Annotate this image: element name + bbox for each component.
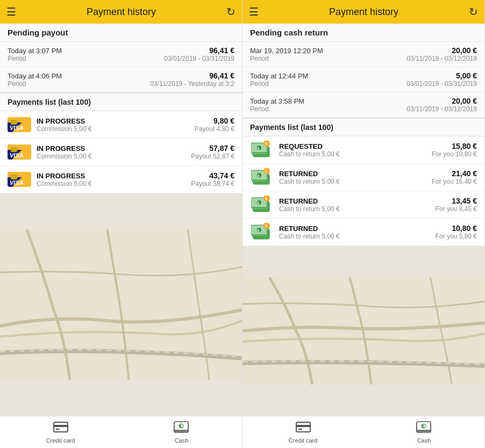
right-payment-foryou-1: For you 16,40 € bbox=[432, 178, 477, 185]
left-map-area bbox=[0, 193, 242, 416]
right-pending-period-0: 03/11/2019 - 03/12/2019 bbox=[406, 55, 477, 62]
right-payment-foryou-3: For you 5,80 € bbox=[436, 233, 477, 240]
right-tab-credit-card-label: Credit card bbox=[289, 437, 318, 444]
right-pending-amount-1: 5,00 € bbox=[456, 71, 477, 80]
right-payment-status-2: RETURNED bbox=[279, 197, 436, 205]
right-pending-title: Pending cash return bbox=[242, 24, 484, 42]
right-pending-item-0: Mar 19, 2019 12:20 PM 20,00 € Period 03/… bbox=[242, 42, 484, 67]
left-payment-commission-1: Commission 5,00 € bbox=[37, 153, 191, 160]
left-payment-amounts-2: 43,74 € Payout 38,74 € bbox=[191, 171, 234, 187]
right-payment-amounts-3: 10,80 € For you 5,80 € bbox=[436, 224, 477, 240]
left-pending-label-1: Period bbox=[8, 80, 26, 88]
right-payments-section: Payments list (last 100) $ $ REQUESTE bbox=[242, 118, 484, 246]
left-tab-credit-card-label: Credit card bbox=[46, 437, 75, 444]
right-payment-cash-2: Cash to return 5,00 € bbox=[279, 205, 436, 213]
right-payment-amounts-2: 13,45 € For you 8,45 € bbox=[436, 197, 477, 213]
left-map-svg bbox=[0, 193, 242, 416]
right-tab-cash[interactable]: $ Cash bbox=[363, 416, 484, 448]
left-payments-section: Payments list (last 100) VISA IN PROGRES… bbox=[0, 93, 242, 193]
left-payment-status-0: IN PROGRESS bbox=[37, 117, 195, 125]
left-cash-icon: $ bbox=[174, 421, 190, 436]
right-payment-amounts-1: 21,40 € For you 16,40 € bbox=[432, 169, 477, 185]
left-payment-status-2: IN PROGRESS bbox=[37, 172, 191, 180]
right-tab-bar: Credit card $ Cash bbox=[242, 416, 484, 448]
right-payment-amounts-0: 15,80 € For you 10,80 € bbox=[432, 142, 477, 158]
right-payment-info-3: RETURNED Cash to return 5,00 € bbox=[279, 225, 436, 240]
right-header-title: Payment history bbox=[329, 6, 398, 18]
left-pending-amount-0: 96,41 € bbox=[209, 46, 234, 55]
left-refresh-icon[interactable]: ↻ bbox=[226, 5, 236, 18]
right-payment-cash-1: Cash to return 5,00 € bbox=[279, 178, 432, 185]
right-cash-icon-2: $ $ bbox=[250, 197, 274, 213]
right-pending-item-2: Today at 3:58 PM 20,00 € Period 03/11/20… bbox=[242, 92, 484, 118]
left-tab-bar: Credit card $ Cash bbox=[0, 416, 242, 448]
right-payment-item-3[interactable]: $ $ RETURNED Cash to return 5,00 € 10,80… bbox=[242, 219, 484, 246]
right-payment-total-2: 13,45 € bbox=[436, 197, 477, 205]
svg-rect-39 bbox=[296, 425, 310, 427]
right-scrollable: Pending cash return Mar 19, 2019 12:20 P… bbox=[242, 24, 484, 416]
left-payment-info-2: IN PROGRESS Commission 5,00 € bbox=[37, 172, 191, 187]
right-payment-cash-0: Cash to return 5,00 € bbox=[279, 150, 432, 158]
right-payment-status-1: RETURNED bbox=[279, 170, 432, 178]
right-pending-label-2: Period bbox=[250, 105, 269, 113]
right-payment-foryou-0: For you 10,80 € bbox=[432, 150, 477, 158]
left-payment-amounts-1: 57,87 € Payout 52,87 € bbox=[191, 144, 234, 160]
right-tab-credit-card[interactable]: Credit card bbox=[242, 416, 363, 448]
left-menu-icon[interactable]: ☰ bbox=[6, 5, 16, 18]
left-payment-total-1: 57,87 € bbox=[191, 144, 234, 153]
right-payment-total-3: 10,80 € bbox=[436, 224, 477, 233]
left-payment-info-1: IN PROGRESS Commission 5,00 € bbox=[37, 144, 191, 160]
left-header: ☰ Payment history ↻ bbox=[0, 0, 242, 24]
right-pending-period-1: 03/01/2019 - 03/31/2019 bbox=[406, 80, 477, 88]
left-payment-status-1: IN PROGRESS bbox=[37, 144, 191, 153]
right-payment-item-0[interactable]: $ $ REQUESTED Cash to return 5,00 € 15,8… bbox=[242, 136, 484, 164]
left-payment-amounts-0: 9,80 € Payout 4,80 € bbox=[195, 117, 234, 133]
left-payment-item-1[interactable]: VISA IN PROGRESS Commission 5,00 € 57,87… bbox=[0, 139, 242, 166]
right-payments-title: Payments list (last 100) bbox=[242, 118, 484, 136]
right-pending-amount-2: 20,00 € bbox=[452, 97, 477, 105]
left-payment-item-2[interactable]: VISA IN PROGRESS Commission 5,00 € 43,74… bbox=[0, 166, 242, 193]
left-payment-payout-2: Payout 38,74 € bbox=[191, 180, 234, 187]
right-cash-icon-3: $ $ bbox=[250, 224, 274, 240]
right-payment-foryou-2: For you 8,45 € bbox=[436, 205, 477, 213]
left-visa-icon-0: VISA bbox=[8, 117, 31, 133]
right-pending-section: Pending cash return Mar 19, 2019 12:20 P… bbox=[242, 24, 484, 118]
right-pending-date-2: Today at 3:58 PM bbox=[250, 97, 304, 105]
left-payment-payout-0: Payout 4,80 € bbox=[195, 125, 234, 133]
left-pending-period-0: 03/01/2019 - 03/31/2019 bbox=[164, 55, 234, 62]
left-payment-commission-0: Commission 5,00 € bbox=[37, 125, 195, 133]
right-payment-cash-3: Cash to return 5,00 € bbox=[279, 233, 436, 240]
left-scrollable: Pending payout Today at 3:07 PM 96,41 € … bbox=[0, 24, 242, 416]
right-cash-icon-0: $ $ bbox=[250, 142, 274, 158]
left-pending-label-0: Period bbox=[8, 55, 26, 62]
right-pending-item-1: Today at 12:44 PM 5,00 € Period 03/01/20… bbox=[242, 67, 484, 92]
left-payment-info-0: IN PROGRESS Commission 5,00 € bbox=[37, 117, 195, 133]
left-header-title: Payment history bbox=[87, 6, 156, 18]
left-credit-card-icon bbox=[53, 421, 68, 436]
svg-text:$: $ bbox=[265, 142, 267, 146]
right-payment-status-3: RETURNED bbox=[279, 225, 436, 233]
left-pending-item-0: Today at 3:07 PM 96,41 € Period 03/01/20… bbox=[0, 42, 242, 67]
right-payment-total-1: 21,40 € bbox=[432, 169, 477, 178]
right-refresh-icon[interactable]: ↻ bbox=[469, 5, 478, 18]
left-pending-period-1: 03/11/2019 - Yesterday at 3:2 bbox=[150, 80, 234, 88]
left-pending-amount-1: 96,41 € bbox=[209, 71, 234, 80]
right-panel: ☰ Payment history ↻ Pending cash return … bbox=[242, 0, 485, 448]
left-payment-total-2: 43,74 € bbox=[191, 171, 234, 180]
right-pending-amount-0: 20,00 € bbox=[452, 46, 477, 55]
right-payment-item-2[interactable]: $ $ RETURNED Cash to return 5,00 € 13,45… bbox=[242, 191, 484, 219]
right-payment-item-1[interactable]: $ $ RETURNED Cash to return 5,00 € 21,40… bbox=[242, 164, 484, 191]
right-menu-icon[interactable]: ☰ bbox=[249, 5, 259, 18]
left-pending-section: Pending payout Today at 3:07 PM 96,41 € … bbox=[0, 24, 242, 93]
left-payment-item-0[interactable]: VISA IN PROGRESS Commission 5,00 € 9,80 … bbox=[0, 111, 242, 139]
right-map-area bbox=[242, 246, 484, 416]
left-tab-credit-card[interactable]: Credit card bbox=[0, 416, 121, 448]
svg-text:$: $ bbox=[265, 169, 267, 174]
right-cash-tab-icon: $ bbox=[416, 421, 432, 436]
right-payment-info-1: RETURNED Cash to return 5,00 € bbox=[279, 170, 432, 185]
right-tab-cash-label: Cash bbox=[417, 437, 431, 444]
right-payment-total-0: 15,80 € bbox=[432, 142, 477, 150]
left-tab-cash[interactable]: $ Cash bbox=[121, 416, 242, 448]
svg-rect-3 bbox=[55, 429, 60, 430]
left-visa-icon-2: VISA bbox=[8, 171, 31, 187]
